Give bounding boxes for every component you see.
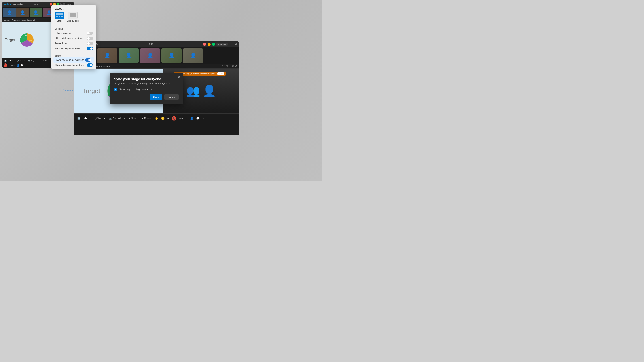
- overflow-btn-large[interactable]: ⋯: [202, 116, 206, 121]
- people-focus-toggle[interactable]: [87, 42, 93, 45]
- sync-stop-button[interactable]: Stop: [217, 72, 224, 75]
- fullscreen-toggle-knob: [87, 32, 90, 34]
- overflow-btn-small[interactable]: ⋯: [24, 64, 26, 67]
- active-speaker-toggle-row: Show active speaker in stage: [52, 62, 96, 68]
- layout-panel-title: Layout: [52, 5, 96, 12]
- lw-participant-4[interactable]: 👤: [140, 48, 160, 63]
- close-large[interactable]: ✕: [235, 43, 237, 46]
- active-speaker-label: Show active speaker in stage: [54, 64, 84, 66]
- dialog-sync-button[interactable]: Sync: [150, 94, 162, 100]
- hide-participants-label: Hide participants without video: [54, 37, 85, 39]
- people-focus-toggle-row: People focus: [52, 41, 96, 46]
- messages-icon-small[interactable]: 💬: [20, 64, 23, 67]
- stop-video-button-large[interactable]: 📷 Stop video ▾: [108, 116, 126, 120]
- active-speaker-knob: [90, 64, 92, 66]
- mute-button-large[interactable]: 🎤 Mute ▾: [94, 116, 106, 120]
- viewing-text-small: Viewing Giacomo's shared content: [4, 19, 35, 21]
- stop-video-button-small[interactable]: 📷 Stop video ▾: [27, 59, 41, 62]
- sync-stage-toggle[interactable]: [85, 58, 91, 62]
- hide-participants-toggle[interactable]: [87, 37, 93, 40]
- lw-participant-6[interactable]: 👤: [183, 48, 203, 63]
- red-dot-1: [203, 43, 206, 46]
- dialog-close-button[interactable]: ✕: [178, 75, 180, 79]
- chat-icon[interactable]: 💬 ▾: [8, 59, 14, 62]
- video-person-large-2: 👤: [202, 84, 216, 97]
- options-section-title: Options: [52, 26, 96, 31]
- time-small: 12:40: [34, 3, 39, 5]
- layout-panel: Layout Stack Side by side: [52, 5, 96, 69]
- side-by-side-layout-option[interactable]: Side by side: [67, 12, 79, 22]
- chart-label-large: Target: [83, 87, 100, 94]
- lw-participant-5[interactable]: 👤: [162, 48, 182, 63]
- apps-button-large[interactable]: ⊞ Apps: [178, 116, 188, 120]
- chart-panel-small: Target 12% 41% 36% 19%: [2, 22, 52, 58]
- participant-thumb-2[interactable]: 👤: [16, 7, 29, 17]
- messages-icon-large[interactable]: 💬: [196, 116, 200, 121]
- restore-large[interactable]: □: [232, 43, 234, 46]
- svg-text:12%: 12%: [25, 35, 28, 36]
- svg-text:41%: 41%: [29, 40, 32, 41]
- stage-section-title: Stage: [52, 53, 96, 57]
- svg-text:19%: 19%: [23, 38, 26, 39]
- mute-button-small[interactable]: 🎤 Mute ▾: [16, 59, 26, 62]
- video-person-large-1: 👥: [186, 84, 200, 97]
- dialog-cancel-button[interactable]: Cancel: [164, 94, 179, 100]
- show-stage-checkbox[interactable]: ✓: [114, 88, 117, 91]
- orange-dot-1: [208, 43, 211, 46]
- fit-screen-icon-large[interactable]: ⊡: [232, 65, 234, 67]
- viewing-bar-large: Viewing Giacomo's shared content − 100% …: [74, 64, 239, 69]
- svg-rect-9: [73, 13, 76, 17]
- stack-layout-option[interactable]: Stack: [54, 12, 64, 22]
- green-dot-1: [212, 43, 215, 46]
- people-focus-label: People focus: [54, 42, 68, 45]
- auto-hide-names-toggle-row: Automatically hide names: [52, 46, 96, 51]
- side-by-side-icon: [68, 12, 78, 19]
- people-focus-knob: [87, 42, 90, 45]
- zoom-level-large: 100%: [222, 65, 228, 67]
- record-button-large[interactable]: ⏺ Record: [140, 116, 153, 120]
- separator-1: [15, 59, 15, 62]
- phone-icon-large: 📞: [173, 117, 175, 120]
- toolbar-large: 🔄 💬 ▾ 🎤 Mute ▾ 📷 Stop video ▾ ⬆ Share ⏺ …: [74, 113, 239, 123]
- layout-label-large: Layout: [220, 43, 226, 45]
- lw-participant-3[interactable]: 👤: [118, 48, 139, 63]
- share-button-large[interactable]: ⬆ Share: [128, 116, 139, 120]
- meeting-info-small[interactable]: Meeting info: [12, 3, 24, 5]
- activity-icon-large[interactable]: 🔄: [76, 116, 82, 120]
- stack-layout-icon: [54, 12, 64, 19]
- reactions-icon-large[interactable]: 😊: [160, 116, 165, 121]
- auto-hide-names-knob: [90, 47, 92, 50]
- activity-icon[interactable]: 🔄: [4, 59, 8, 62]
- end-call-button-large[interactable]: 📞: [172, 116, 176, 121]
- dialog-checkbox-row: ✓ Show only the stage to attendees: [114, 88, 179, 91]
- layout-options: Stack Side by side: [52, 12, 96, 24]
- zoom-controls-large: − 100% + ⊡ ↺: [220, 65, 237, 67]
- webex-logo-small: Webex: [4, 3, 11, 5]
- more-btn-large[interactable]: ···: [166, 116, 170, 121]
- layout-button-large[interactable]: ⊞ Layout: [216, 43, 228, 46]
- fullscreen-toggle[interactable]: [87, 31, 93, 35]
- apps-button-small[interactable]: ⊞ Apps: [8, 64, 16, 67]
- lw-participant-2[interactable]: 👤: [97, 48, 117, 63]
- participants-icon-large[interactable]: 👤: [189, 116, 194, 121]
- participant-thumb-3[interactable]: 👤: [30, 7, 42, 17]
- hide-participants-knob: [87, 37, 90, 39]
- chat-icon-large[interactable]: 💬 ▾: [83, 116, 90, 120]
- share-button-small[interactable]: ⬆ Share: [42, 59, 51, 62]
- chart-label-small: Target: [5, 38, 15, 42]
- svg-rect-4: [56, 13, 62, 15]
- zoom-out-large[interactable]: −: [220, 65, 221, 67]
- minimize-large[interactable]: −: [229, 43, 230, 46]
- hand-icon-large[interactable]: ✋: [154, 116, 159, 121]
- rotate-icon-large[interactable]: ↺: [235, 65, 237, 67]
- sync-stage-knob: [88, 59, 91, 61]
- auto-hide-names-toggle[interactable]: [87, 47, 93, 50]
- sync-stage-toggle-row: Sync my stage for everyone: [53, 57, 94, 62]
- participant-thumb-1[interactable]: 👤: [3, 7, 16, 17]
- zoom-in-large[interactable]: +: [230, 65, 231, 67]
- layout-divider-1: [52, 25, 96, 25]
- end-call-button-small[interactable]: 📞: [4, 63, 7, 67]
- active-speaker-toggle[interactable]: [87, 63, 93, 67]
- hide-participants-toggle-row: Hide participants without video: [52, 36, 96, 41]
- participants-icon-small[interactable]: 👤: [17, 64, 20, 67]
